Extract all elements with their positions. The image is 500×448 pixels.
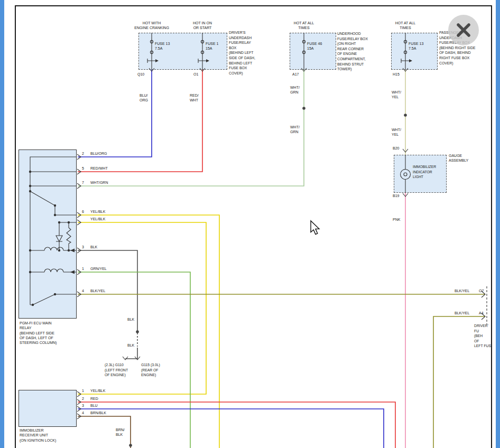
- wire-label-wht-grn-2: WHT/ GRN: [290, 125, 300, 135]
- right-connector-pin-a4: A4: [479, 311, 484, 315]
- wire-label-red-wht: RED/ WHT: [190, 93, 199, 103]
- receiver-pin-num: 3: [82, 403, 84, 408]
- wire-blu-org: [78, 70, 152, 157]
- header-hot-with-engine-cranking: HOT WITH ENGINE CRANKING: [129, 21, 174, 31]
- relay-pin-wire: BLU/ORG: [90, 151, 107, 156]
- receiver-label: IMMOBILIZER RECEIVER UNIT (ON IGNITION L…: [20, 428, 78, 443]
- receiver-pin-wire: YEL/BLK: [90, 388, 105, 393]
- relay-pin-num: 7: [82, 180, 84, 185]
- connector-a17: A17: [292, 72, 299, 77]
- pin-b19: B19: [393, 193, 399, 198]
- relay-pin-wire: BLK: [90, 245, 97, 249]
- wiring-diagram-page: HOT WITH ENGINE CRANKING HOT IN ON OR ST…: [0, 0, 500, 448]
- right-connector-pin-o7: O7: [479, 288, 484, 293]
- wire-label-blu-org: BLU/ ORG: [140, 93, 148, 103]
- relay-pin-num: 1: [82, 266, 84, 271]
- underhood-fusebox-note: UNDERHOOD FUSE/RELAY BOX (ON RIGHT REAR …: [337, 31, 368, 72]
- wire-label-brn-blk: BRN/ BLK: [116, 427, 125, 437]
- fuse-name: FUSE 13: [409, 41, 423, 46]
- receiver-pin-num: 1: [82, 388, 84, 393]
- relay-label: PGM-FI ECU MAIN RELAY (BEHIND LEFT SIDE …: [20, 321, 67, 345]
- header-hot-in-on-or-start: HOT IN ON OR START: [180, 21, 225, 31]
- fuse-1-label: FUSE 115A: [206, 41, 219, 51]
- connector-q10: Q10: [137, 72, 144, 77]
- diode-symbol: [56, 236, 62, 241]
- coil-symbol-b: [44, 269, 63, 272]
- close-icon: [448, 15, 479, 45]
- wire-label-wht-yel-2: WHT/ YEL: [392, 127, 401, 137]
- gauge-assembly-label: GAUGE ASSEMBLY: [449, 153, 468, 163]
- fuse-46-label: FUSE 4615A: [307, 41, 322, 51]
- ground-g110-label: (2.3L) G110 (LEFT FRONT OF ENGINE): [105, 362, 128, 378]
- wire-label-wht-yel-1: WHT/ YEL: [392, 90, 401, 100]
- relay-pin-num: 4: [82, 288, 84, 293]
- header-hot-at-all-times-1: HOT AT ALL TIMES: [282, 21, 326, 31]
- receiver-pin-num: 4: [82, 410, 84, 415]
- wire-wht-grn: [78, 70, 304, 186]
- right-edge-clipped-note: DRIVER' FU (BEH OF LEFT FUS: [474, 323, 491, 349]
- fuse-rating: 7.5A: [155, 46, 170, 51]
- relay-pin-num: 5: [82, 166, 84, 171]
- wire-blk-ground: [125, 348, 137, 359]
- fuse-13-passenger-label: FUSE 137.5A: [409, 41, 423, 51]
- close-button[interactable]: [448, 15, 479, 45]
- relay-pin-wire: WHT/GRN: [90, 180, 108, 185]
- fuse-rating: 15A: [206, 46, 219, 51]
- receiver-pin-wire: RED: [90, 396, 98, 401]
- pin-b20: B20: [393, 146, 399, 151]
- wire-label-pnk: PNK: [393, 217, 400, 222]
- relay-pin-num: 3: [82, 245, 84, 249]
- wire-grn-yel: [78, 272, 190, 448]
- relay-pin-num: 2: [82, 151, 84, 156]
- connector-o1: O1: [193, 72, 198, 77]
- receiver-pin-wire: BLU: [90, 403, 98, 408]
- junction-dots: [129, 107, 407, 447]
- right-edge-strip: [496, 0, 500, 448]
- relay-internal-circuit: [29, 157, 77, 306]
- coil-symbol-a: [44, 247, 63, 250]
- right-connector-wire-o7: BLK/YEL: [455, 288, 469, 293]
- relay-pin-wire: YEL/BLK: [90, 217, 105, 221]
- fuse-rating: 7.5A: [409, 46, 423, 51]
- left-edge-strip: [0, 0, 4, 448]
- relay-pin-wire: BLK/YEL: [90, 288, 105, 293]
- relay-pin-wire: GRN/YEL: [90, 266, 107, 271]
- connector-h15: H15: [393, 72, 400, 77]
- relay-pin-wire: YEL/BLK: [90, 209, 105, 214]
- receiver-pin-wire: BRN/BLK: [90, 410, 106, 415]
- fuse-rating: 15A: [307, 46, 322, 51]
- receiver-pin-num: 2: [82, 396, 84, 401]
- wire-label-blk-2: BLK: [127, 343, 134, 348]
- right-connector-wire-a4: BLK/YEL: [455, 311, 469, 315]
- fuse-symbols: [150, 40, 406, 53]
- header-hot-at-all-times-2: HOT AT ALL TIMES: [383, 21, 428, 31]
- wire-red-wht: [78, 70, 202, 172]
- fuse-name: FUSE 13: [155, 41, 170, 46]
- wire-label-blk-1: BLK: [127, 317, 134, 322]
- fuse-name: FUSE 1: [206, 41, 219, 46]
- relay-pin-num: 6: [82, 209, 84, 214]
- immobilizer-indicator-light-symbol: [401, 155, 411, 193]
- driver-fusebox-note: DRIVER'S UNDERDASH FUSE/RELAY BOX (BEHIN…: [229, 30, 255, 76]
- connector-arrows: [77, 68, 485, 419]
- relay-pin-wire: RED/WHT: [90, 166, 108, 171]
- wire-label-wht-grn-1: WHT/ GRN: [290, 85, 300, 95]
- fuse-name: FUSE 46: [307, 41, 322, 46]
- immobilizer-indicator-light-label: IMMOBILIZER INDICATOR LIGHT: [413, 164, 436, 180]
- ground-g115-label: G115 (3.0L) (REAR OF ENGINE): [141, 362, 160, 378]
- resistor-symbol: [67, 228, 71, 244]
- fuse-output-arrows: [147, 59, 412, 63]
- fuse-13-driver-label: FUSE 137.5A: [155, 41, 170, 51]
